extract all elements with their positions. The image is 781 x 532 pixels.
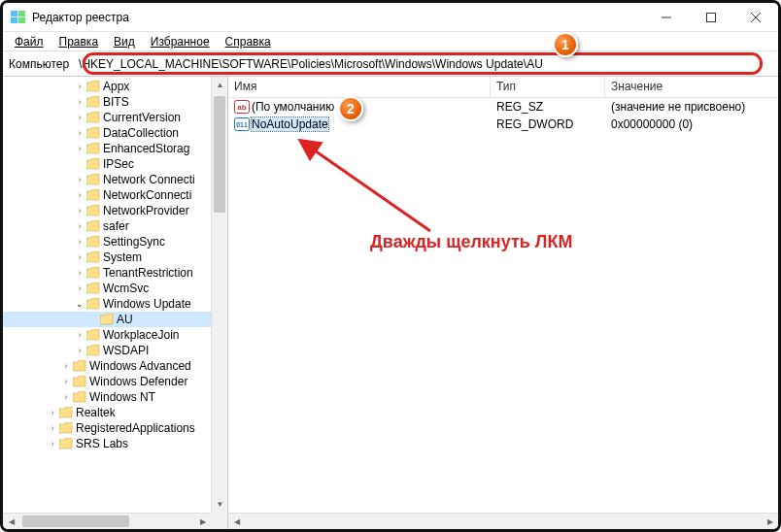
tree-item[interactable]: ›EnhancedStorag [3, 141, 227, 156]
tree-item[interactable]: ›CurrentVersion [3, 110, 227, 125]
tree-item[interactable]: ›Appx [3, 79, 227, 94]
menu-edit[interactable]: Правка [51, 34, 107, 50]
scroll-up-button[interactable]: ▲ [212, 77, 228, 93]
chevron-right-icon[interactable]: › [75, 237, 85, 247]
chevron-right-icon[interactable]: › [75, 330, 85, 340]
chevron-right-icon[interactable]: › [75, 144, 85, 153]
chevron-right-icon[interactable]: › [75, 175, 85, 184]
tree-item[interactable]: ›System [3, 249, 227, 265]
tree-item[interactable]: ›RegisteredApplications [3, 420, 227, 436]
tree-item[interactable]: ›SettingSync [3, 234, 227, 249]
tree-item[interactable]: AU [3, 312, 227, 327]
menu-help[interactable]: Справка [218, 34, 279, 50]
tree-item-label: AU [117, 313, 133, 326]
tree-item-label: Windows Advanced [89, 359, 191, 373]
maximize-button[interactable] [689, 3, 733, 32]
svg-rect-3 [18, 17, 25, 23]
tree-item-label: SRS Labs [76, 437, 128, 450]
chevron-right-icon[interactable]: › [61, 361, 71, 371]
scroll-left-button[interactable]: ◀ [228, 514, 245, 529]
chevron-right-icon[interactable]: › [61, 392, 71, 402]
list-scrollbar-horizontal[interactable]: ◀ ▶ [228, 513, 778, 529]
tree-item[interactable]: ›BITS [3, 94, 227, 110]
folder-icon [59, 407, 73, 418]
tree-item[interactable]: ›NetworkConnecti [3, 187, 227, 203]
tree-item-label: DataCollection [103, 126, 179, 140]
chevron-right-icon[interactable]: › [75, 190, 85, 200]
folder-icon [86, 189, 100, 201]
chevron-right-icon[interactable]: › [75, 128, 85, 138]
folder-icon [73, 391, 86, 403]
scroll-down-button[interactable]: ▼ [212, 496, 228, 513]
folder-icon [100, 314, 114, 325]
chevron-right-icon[interactable]: › [75, 82, 85, 91]
menu-file[interactable]: Файл [7, 34, 51, 50]
tree-item-label: Windows Defender [89, 375, 187, 388]
tree-item[interactable]: ›WcmSvc [3, 281, 227, 296]
tree-item[interactable]: ›Windows Advanced [3, 358, 227, 374]
folder-icon [86, 112, 100, 123]
tree-item-label: System [103, 250, 142, 264]
tree-item[interactable]: ›TenantRestriction [3, 265, 227, 281]
tree-item[interactable]: ›NetworkProvider [3, 203, 227, 218]
chevron-right-icon[interactable]: › [75, 113, 85, 122]
col-header-type[interactable]: Тип [491, 77, 605, 97]
menu-view[interactable]: Вид [106, 34, 143, 50]
address-label: Компьютер [3, 57, 73, 71]
tree-item-label: NetworkProvider [103, 204, 189, 217]
chevron-right-icon[interactable]: › [48, 408, 57, 417]
tree-item[interactable]: ›safer [3, 218, 227, 234]
chevron-right-icon[interactable]: › [75, 221, 85, 231]
tree-item[interactable]: ›Windows NT [3, 389, 227, 405]
value-type: REG_SZ [491, 100, 605, 114]
tree-item[interactable]: ⌄Windows Update [3, 296, 227, 312]
tree-item[interactable]: ›Windows Defender [3, 374, 227, 389]
tree-item[interactable]: IPSec [3, 156, 227, 172]
folder-icon [86, 205, 100, 216]
chevron-right-icon[interactable]: › [48, 423, 57, 433]
content-area: ›Appx›BITS›CurrentVersion›DataCollection… [3, 77, 778, 529]
scroll-thumb-vertical[interactable] [214, 96, 225, 213]
chevron-down-icon[interactable]: ⌄ [75, 299, 85, 309]
tree-item-label: EnhancedStorag [103, 142, 189, 155]
chevron-right-icon[interactable]: › [75, 206, 85, 216]
tree-scrollbar-horizontal[interactable]: ◀ ▶ [3, 513, 211, 529]
folder-icon [59, 422, 73, 434]
tree-item[interactable]: ›SRS Labs [3, 436, 227, 451]
chevron-right-icon[interactable]: › [75, 346, 85, 355]
tree-item-label: SettingSync [103, 235, 165, 249]
chevron-right-icon[interactable]: › [48, 439, 57, 449]
folder-icon [86, 96, 100, 108]
menu-favorites[interactable]: Избранное [143, 34, 218, 50]
chevron-right-icon[interactable]: › [61, 377, 71, 386]
scroll-left-button[interactable]: ◀ [3, 514, 19, 529]
address-input[interactable] [73, 54, 778, 74]
tree-item[interactable]: ›WSDAPI [3, 343, 227, 358]
close-button[interactable] [733, 3, 778, 32]
chevron-right-icon[interactable]: › [75, 252, 85, 262]
folder-icon [86, 283, 100, 294]
scroll-right-button[interactable]: ▶ [762, 514, 778, 529]
tree-item[interactable]: ›Network Connecti [3, 172, 227, 187]
registry-tree[interactable]: ›Appx›BITS›CurrentVersion›DataCollection… [3, 77, 228, 529]
tree-item[interactable]: ›WorkplaceJoin [3, 327, 227, 343]
tree-scrollbar-vertical[interactable]: ▲ ▼ [211, 77, 227, 513]
col-header-value[interactable]: Значение [605, 77, 778, 97]
list-row[interactable]: 011NoAutoUpdateREG_DWORD0x00000000 (0) [228, 116, 778, 133]
value-list[interactable]: Имя Тип Значение ab(По умолчаниюREG_SZ(з… [228, 77, 778, 529]
chevron-right-icon[interactable]: › [75, 283, 85, 293]
list-row[interactable]: ab(По умолчаниюREG_SZ(значение не присво… [228, 98, 778, 116]
scroll-right-button[interactable]: ▶ [194, 514, 211, 529]
string-value-icon: ab [234, 100, 250, 114]
chevron-right-icon[interactable]: › [75, 268, 85, 278]
col-header-name[interactable]: Имя [228, 77, 491, 97]
tree-item-label: IPSec [103, 157, 134, 171]
tree-item-label: NetworkConnecti [103, 188, 191, 202]
minimize-button[interactable] [644, 3, 689, 32]
folder-icon [86, 127, 100, 139]
tree-item[interactable]: ›Realtek [3, 405, 227, 420]
folder-icon [86, 143, 100, 154]
chevron-right-icon[interactable]: › [75, 97, 85, 107]
tree-item[interactable]: ›DataCollection [3, 125, 227, 141]
scroll-thumb-horizontal[interactable] [22, 515, 129, 527]
